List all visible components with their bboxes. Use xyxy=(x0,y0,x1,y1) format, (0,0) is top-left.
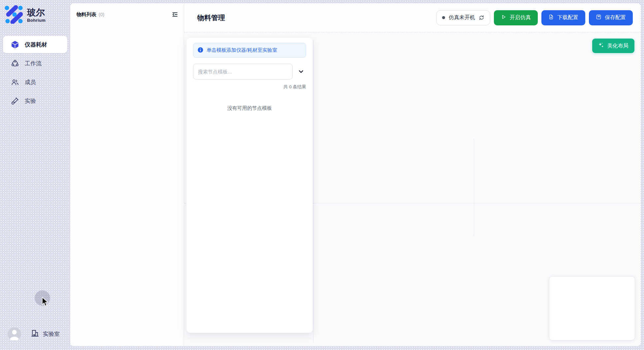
sidebar-item-experiment[interactable]: 实验 xyxy=(3,92,67,109)
brand-name: 玻尔 xyxy=(27,8,46,18)
start-simulation-button[interactable]: 开启仿真 xyxy=(494,10,538,25)
page: { "brand": { "name": "玻尔", "subtitle": "… xyxy=(0,0,644,350)
template-search-input[interactable] xyxy=(193,64,293,79)
sidebar-menu: 仪器耗材 工作流 成员 xyxy=(3,36,67,109)
collapse-panel-icon[interactable] xyxy=(172,11,178,18)
template-empty-text: 没有可用的节点模板 xyxy=(193,105,306,111)
flow-canvas[interactable]: 单击模板添加仪器/耗材至实验室 共 0 条结果 没有可用的节点模板 xyxy=(184,32,641,346)
bohrium-logo-icon xyxy=(4,5,23,25)
workspace-label: 实验室 xyxy=(43,330,60,338)
material-list-title: 物料列表 xyxy=(77,12,96,18)
sidebar-item-members[interactable]: 成员 xyxy=(3,73,67,91)
template-search-row xyxy=(193,64,306,79)
workflow-icon xyxy=(11,59,19,68)
template-panel: 单击模板添加仪器/耗材至实验室 共 0 条结果 没有可用的节点模板 xyxy=(186,38,313,333)
mouse-cursor-icon xyxy=(42,297,49,308)
sidebar-footer: 实验室 xyxy=(0,327,70,341)
members-icon xyxy=(11,78,19,86)
sidebar-item-label: 工作流 xyxy=(25,60,42,67)
main-content-card: 物料列表 (0) 物料管理 仿真未开机 xyxy=(70,3,641,346)
topbar: 物料管理 仿真未开机 xyxy=(184,3,641,32)
simulation-status-label: 仿真未开机 xyxy=(449,14,475,21)
material-list-panel: 物料列表 (0) xyxy=(70,3,184,346)
download-config-button[interactable]: 下载配置 xyxy=(541,10,585,25)
refresh-icon[interactable] xyxy=(479,15,484,20)
canvas-minimap[interactable] xyxy=(549,276,635,340)
file-download-icon xyxy=(548,14,554,21)
simulation-status-pill: 仿真未开机 xyxy=(436,10,490,25)
play-icon xyxy=(501,14,506,21)
sidebar-item-instruments[interactable]: 仪器耗材 xyxy=(3,36,67,53)
brand-subtitle: Bohrium xyxy=(27,18,46,23)
canvas-guide-vertical xyxy=(313,40,313,343)
sidebar-item-workflow[interactable]: 工作流 xyxy=(3,55,67,72)
test-tube-icon xyxy=(11,97,19,105)
brand-logo[interactable]: 玻尔 Bohrium xyxy=(0,0,70,25)
sidebar-item-label: 实验 xyxy=(25,97,36,105)
chevron-down-icon[interactable] xyxy=(296,69,306,75)
beautify-layout-button[interactable]: 美化布局 xyxy=(592,39,634,53)
info-icon xyxy=(198,47,203,54)
sidebar-item-label: 成员 xyxy=(25,78,36,86)
sparkles-icon xyxy=(598,42,604,49)
page-title: 物料管理 xyxy=(197,13,225,22)
save-icon xyxy=(596,14,601,21)
status-dot-icon xyxy=(442,16,445,19)
template-result-count: 共 0 条结果 xyxy=(193,84,306,90)
material-list-count: (0) xyxy=(99,12,104,17)
topbar-actions: 仿真未开机 开启仿真 xyxy=(436,10,633,25)
template-hint-banner: 单击模板添加仪器/耗材至实验室 xyxy=(193,43,306,58)
workspace-switcher[interactable]: 实验室 xyxy=(31,329,60,339)
user-avatar[interactable] xyxy=(8,327,21,341)
template-hint-text: 单击模板添加仪器/耗材至实验室 xyxy=(207,47,277,53)
main-region: 物料管理 仿真未开机 xyxy=(184,3,641,346)
sidebar-item-label: 仪器耗材 xyxy=(25,41,47,48)
building-icon xyxy=(31,329,39,339)
cube-icon xyxy=(11,41,19,49)
material-list-header: 物料列表 (0) xyxy=(70,3,184,18)
canvas-guide-vertical xyxy=(474,139,474,236)
save-config-button[interactable]: 保存配置 xyxy=(589,10,633,25)
